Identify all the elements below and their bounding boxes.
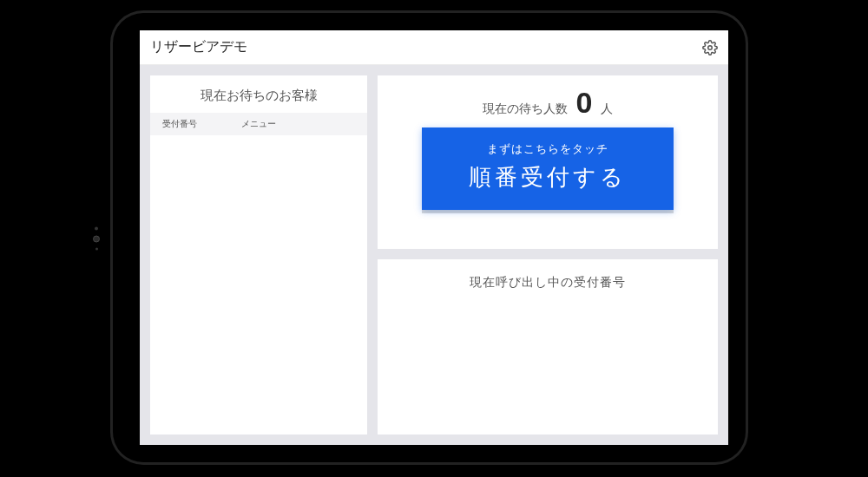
waiting-counter: 現在の待ち人数 0 人 xyxy=(483,88,614,117)
content-area: 現在お待ちのお客様 受付番号 メニュー 現在の待ち人数 0 人 xyxy=(140,65,728,445)
counter-unit: 人 xyxy=(601,101,613,117)
camera-lens-icon xyxy=(93,236,100,243)
now-calling-card: 現在呼び出し中の受付番号 xyxy=(378,259,718,435)
now-calling-title: 現在呼び出し中の受付番号 xyxy=(378,275,718,291)
column-header-menu: メニュー xyxy=(241,118,367,130)
checkin-button[interactable]: まずはこちらをタッチ 順番受付する xyxy=(422,127,674,210)
column-header-number: 受付番号 xyxy=(150,118,241,130)
app-screen: リザービアデモ 現在お待ちのお客様 受付番号 メニュー xyxy=(140,30,728,445)
checkin-hint: まずはこちらをタッチ xyxy=(422,141,674,157)
gear-icon[interactable] xyxy=(702,40,718,56)
counter-label: 現在の待ち人数 xyxy=(483,101,568,117)
app-title: リザービアデモ xyxy=(150,38,247,56)
checkin-label: 順番受付する xyxy=(422,162,674,193)
front-camera-cluster xyxy=(93,227,100,251)
title-bar: リザービアデモ xyxy=(140,30,728,65)
waiting-list-card: 現在お待ちのお客様 受付番号 メニュー xyxy=(150,75,367,435)
waiting-list-header: 受付番号 メニュー xyxy=(150,113,367,135)
tablet-frame: リザービアデモ 現在お待ちのお客様 受付番号 メニュー xyxy=(110,10,748,465)
sensor-dot-icon xyxy=(95,227,98,231)
svg-point-0 xyxy=(708,45,713,49)
counter-value: 0 xyxy=(576,88,593,117)
queue-status-card: 現在の待ち人数 0 人 まずはこちらをタッチ 順番受付する xyxy=(378,75,718,249)
sensor-dot-icon xyxy=(95,248,98,251)
waiting-list-title: 現在お待ちのお客様 xyxy=(150,75,367,113)
